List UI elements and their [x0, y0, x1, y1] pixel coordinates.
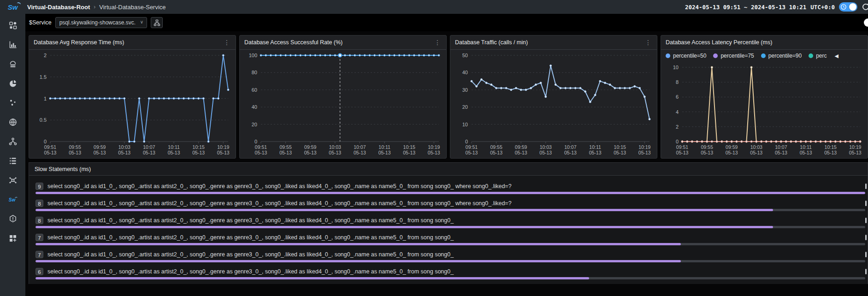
breadcrumb-root[interactable]: Virtual-Database-Root [27, 4, 90, 11]
svg-text:09:51: 09:51 [44, 144, 56, 150]
row-scrollbar[interactable] [865, 218, 867, 223]
row-scrollbar[interactable] [865, 184, 867, 189]
svg-text:10:11: 10:11 [800, 144, 812, 150]
sidebar-item-scatter[interactable] [6, 98, 19, 109]
svg-text:05-13: 05-13 [515, 150, 527, 155]
svg-text:2: 2 [44, 53, 47, 58]
time-range-picker[interactable]: 2024-05-13 09:51 ~ 2024-05-13 10:21 [685, 4, 806, 11]
svg-text:10: 10 [673, 65, 679, 70]
sidebar-item-mesh[interactable] [6, 175, 19, 186]
sidebar-item-alarm[interactable] [6, 214, 19, 225]
refresh-icon[interactable] [862, 3, 868, 11]
latency-bar-fill [35, 243, 681, 245]
svg-text:40: 40 [252, 104, 257, 110]
svg-text:05-13: 05-13 [824, 150, 837, 155]
chart-avg-response-time[interactable]: 00.511.5209:5105-1309:5505-1309:5905-131… [29, 50, 236, 158]
legend-item-percentile=50[interactable]: percentile=50 [666, 53, 706, 59]
svg-text:09:51: 09:51 [676, 144, 688, 150]
svg-text:10:07: 10:07 [775, 144, 787, 150]
svg-text:05-13: 05-13 [118, 150, 130, 155]
latency-bar-fill [35, 192, 865, 194]
latency-badge: 7 [35, 234, 43, 241]
floating-toggle[interactable] [864, 18, 868, 27]
sidebar-item-widgets-plus[interactable] [6, 233, 19, 244]
svg-text:05-13: 05-13 [143, 150, 155, 155]
latency-bar-fill [35, 277, 589, 279]
sidebar-item-database[interactable] [6, 59, 19, 70]
slow-statement-row[interactable]: 9select song0_.id as id1_0_, song0_.arti… [35, 182, 868, 199]
sidebar-item-skywalking[interactable]: Sw [6, 195, 19, 206]
legend-label: percentile=75 [720, 53, 754, 59]
legend-dot-icon [809, 53, 813, 58]
panel-menu-icon[interactable]: ⋮ [644, 39, 652, 46]
svg-text:05-13: 05-13 [168, 150, 180, 155]
chart-traffic[interactable]: 0102030405009:5105-1309:5505-1309:5905-1… [450, 50, 657, 158]
panel-successful-rate: Database Access Successful Rate (%) ⋮ 02… [239, 35, 447, 159]
skywalking-logo-icon: Sw [8, 3, 18, 11]
breadcrumb-current[interactable]: Virtual-Database-Service [99, 4, 165, 11]
svg-text:10: 10 [462, 122, 468, 127]
svg-text:05-13: 05-13 [589, 150, 602, 155]
svg-text:09:59: 09:59 [515, 144, 527, 150]
svg-text:0: 0 [676, 139, 679, 144]
legend-prev-icon[interactable]: ◀ [835, 53, 838, 59]
timezone-label: UTC+0:0 [810, 4, 835, 11]
panel-menu-icon[interactable]: ⋮ [433, 39, 442, 46]
slow-statement-row[interactable]: 7select song0_.id as id1_0_, song0_.arti… [35, 250, 868, 267]
slow-statement-row[interactable]: 8select song0_.id as id1_0_, song0_.arti… [35, 216, 868, 233]
svg-text:05-13: 05-13 [354, 150, 366, 155]
sidebar-item-list[interactable] [6, 156, 19, 167]
row-scrollbar[interactable] [865, 235, 867, 240]
toggle-knob [849, 3, 856, 11]
charts-row: Database Avg Response Time (ms) ⋮ 00.511… [25, 31, 868, 159]
latency-bar-track [35, 209, 865, 211]
row-scrollbar[interactable] [865, 269, 867, 274]
svg-text:05-13: 05-13 [69, 150, 81, 155]
chevron-down-icon: ∨ [140, 19, 143, 24]
svg-text:05-13: 05-13 [94, 150, 106, 155]
latency-legend: percentile=50percentile=75percentile=90p… [661, 50, 868, 62]
slow-statements-title: Slow Statements (ms) [35, 166, 91, 172]
svg-text:1: 1 [44, 96, 47, 101]
sidebar-item-apps-grid[interactable] [6, 20, 19, 31]
sitemap-icon [154, 19, 160, 26]
chart-successful-rate[interactable]: 02040608010009:5105-1309:5505-1309:5905-… [240, 50, 446, 158]
chart-latency-percentile[interactable]: 024681009:5105-1309:5505-1309:5905-1310:… [661, 62, 868, 158]
svg-text:05-13: 05-13 [304, 150, 317, 155]
legend-item-percentile=90[interactable]: percentile=90 [761, 53, 802, 59]
sql-text: select song0_.id as id1_0_, song0_.artis… [47, 234, 861, 241]
legend-label: percentile=50 [673, 53, 706, 59]
utc-toggle[interactable] [839, 2, 857, 12]
latency-bar-track [35, 226, 865, 228]
svg-text:05-13: 05-13 [614, 150, 626, 155]
panel-latency-percentile: Database Access Latency Percentile (ms) … [661, 35, 868, 159]
sidebar-item-globe[interactable] [6, 117, 19, 128]
latency-badge: 8 [35, 200, 43, 207]
sidebar-item-pie-chart[interactable] [6, 78, 19, 89]
slow-statement-row[interactable]: 7select song0_.id as id1_0_, song0_.arti… [35, 233, 868, 250]
row-scrollbar[interactable] [865, 252, 867, 257]
panel-menu-icon[interactable]: ⋮ [223, 39, 231, 46]
svg-text:09:55: 09:55 [69, 144, 81, 150]
topology-link-button[interactable] [151, 17, 163, 28]
mesh-icon [8, 176, 18, 186]
sidebar-item-topology[interactable] [6, 136, 19, 148]
legend-dot-icon [713, 53, 718, 58]
svg-text:05-13: 05-13 [539, 150, 552, 155]
latency-badge: 9 [35, 183, 43, 190]
svg-text:0: 0 [465, 139, 468, 144]
main-content: $Service psql.skywalking-showcase.svc. ∨… [25, 14, 868, 296]
legend-item-perc[interactable]: perc [809, 53, 827, 59]
row-scrollbar[interactable] [865, 201, 867, 206]
svg-text:0: 0 [44, 139, 47, 144]
legend-label: perc [816, 53, 827, 59]
sidebar-item-bar-chart[interactable] [6, 40, 19, 51]
service-select[interactable]: psql.skywalking-showcase.svc. ∨ [55, 17, 147, 28]
slow-statement-row[interactable]: 8select song0_.id as id1_0_, song0_.arti… [35, 199, 868, 216]
svg-text:10:03: 10:03 [118, 144, 130, 150]
app-logo[interactable]: Sw [0, 3, 25, 11]
legend-item-percentile=75[interactable]: percentile=75 [713, 53, 754, 59]
breadcrumb-separator-icon: › [94, 4, 95, 10]
chart-title: Database Traffic (calls / min) [455, 39, 644, 46]
slow-statement-row[interactable]: 6select song0_.id as id1_0_, song0_.arti… [35, 267, 868, 284]
